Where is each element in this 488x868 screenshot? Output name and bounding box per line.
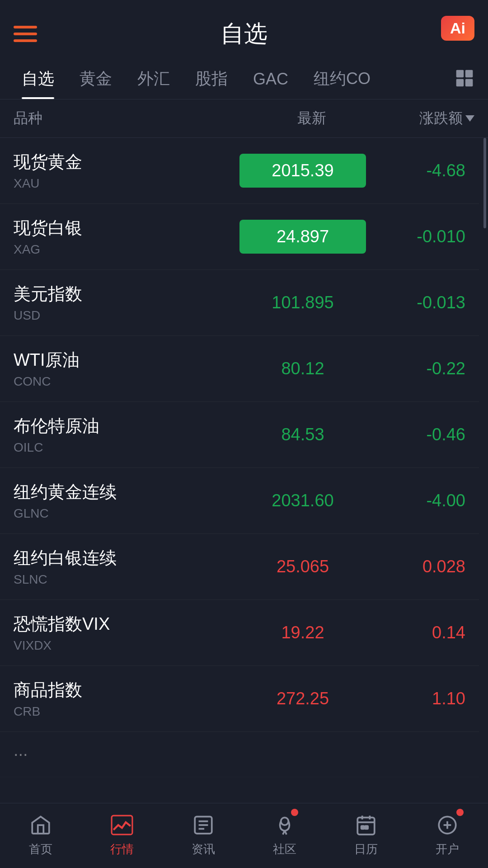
nav-item-market[interactable]: 行情 — [81, 803, 163, 868]
market-change: -0.013 — [366, 293, 465, 312]
nav-label-news: 资讯 — [192, 841, 215, 857]
market-name: 布伦特原油 — [14, 415, 239, 438]
nav-item-open[interactable]: 开户 — [407, 803, 488, 868]
market-info: 现货白银 XAG — [14, 217, 239, 257]
calendar-icon — [353, 812, 379, 838]
market-code: CRB — [14, 704, 239, 719]
market-change: 0.028 — [366, 557, 465, 576]
market-price: 24.897 — [239, 220, 366, 254]
tab-gac[interactable]: GAC — [240, 61, 301, 98]
market-change: -4.68 — [366, 161, 465, 180]
table-row[interactable]: 现货白银 XAG 24.897 -0.010 — [0, 204, 479, 270]
table-row[interactable]: 美元指数 USD 101.895 -0.013 — [0, 270, 479, 336]
table-row[interactable]: 布伦特原油 OILC 84.53 -0.46 — [0, 402, 479, 468]
market-price: 19.22 — [239, 623, 366, 642]
nav-label-community: 社区 — [273, 841, 296, 857]
community-icon — [272, 812, 297, 838]
market-name: 纽约白银连续 — [14, 547, 239, 570]
market-code: CONC — [14, 374, 239, 389]
nav-item-calendar[interactable]: 日历 — [325, 803, 407, 868]
table-row[interactable]: 商品指数 CRB 272.25 1.10 — [0, 666, 479, 732]
market-change: -0.22 — [366, 359, 465, 378]
nav-item-home[interactable]: 首页 — [0, 803, 81, 868]
nav-item-community[interactable]: 社区 — [244, 803, 325, 868]
nav-label-home: 首页 — [29, 841, 52, 857]
home-icon — [28, 812, 53, 838]
market-change: -4.00 — [366, 491, 465, 510]
market-code: XAU — [14, 176, 239, 191]
market-price: 2015.39 — [239, 154, 366, 188]
table-row[interactable]: WTI原油 CONC 80.12 -0.22 — [0, 336, 479, 402]
market-change: -0.46 — [366, 425, 465, 444]
market-price: 272.25 — [239, 689, 366, 708]
nav-label-market: 行情 — [110, 841, 134, 857]
table-row[interactable]: 恐慌指数VIX VIXDX 19.22 0.14 — [0, 600, 479, 666]
tab-zixuan[interactable]: 自选 — [9, 59, 67, 99]
community-badge — [291, 809, 298, 816]
market-price: 2031.60 — [239, 491, 366, 510]
scrollbar[interactable] — [483, 138, 486, 228]
header: 自选 Ai — [0, 0, 488, 59]
svg-rect-0 — [456, 70, 464, 77]
open-badge — [456, 809, 464, 816]
market-price: 101.895 — [239, 293, 366, 312]
tab-huangjin[interactable]: 黄金 — [67, 59, 125, 99]
market-info: 纽约白银连续 SLNC — [14, 547, 239, 587]
partial-row: ··· — [0, 732, 479, 777]
market-price: 25.065 — [239, 557, 366, 576]
table-row[interactable]: 现货黄金 XAU 2015.39 -4.68 — [0, 138, 479, 204]
market-info: WTI原油 CONC — [14, 349, 239, 389]
market-code: OILC — [14, 440, 239, 455]
nav-label-calendar: 日历 — [354, 841, 378, 857]
market-price: 80.12 — [239, 359, 366, 378]
table-row[interactable]: 纽约白银连续 SLNC 25.065 0.028 — [0, 534, 479, 600]
nav-item-news[interactable]: 资讯 — [163, 803, 244, 868]
tab-niuyueco[interactable]: 纽约CO — [301, 59, 383, 99]
market-info: 美元指数 USD — [14, 283, 239, 323]
market-list: 现货黄金 XAU 2015.39 -4.68 现货白银 XAG 24.897 -… — [0, 138, 488, 777]
market-name: 美元指数 — [14, 283, 239, 306]
open-icon — [435, 812, 460, 838]
page-title: 自选 — [221, 18, 267, 50]
tab-guzhi[interactable]: 股指 — [183, 59, 240, 99]
market-code: USD — [14, 308, 239, 323]
svg-rect-3 — [465, 79, 473, 86]
ai-badge[interactable]: Ai — [441, 16, 474, 41]
svg-rect-2 — [456, 79, 464, 86]
market-change: 1.10 — [366, 689, 465, 708]
market-code: SLNC — [14, 572, 239, 587]
market-code: GLNC — [14, 506, 239, 521]
market-name: 商品指数 — [14, 679, 239, 702]
market-name: 恐慌指数VIX — [14, 613, 239, 636]
market-info: 纽约黄金连续 GLNC — [14, 481, 239, 521]
market-name: 现货白银 — [14, 217, 239, 240]
market-change: 0.14 — [366, 623, 465, 642]
market-name: 现货黄金 — [14, 151, 239, 174]
svg-rect-15 — [365, 826, 368, 829]
column-headers: 品种 最新 涨跌额 — [0, 99, 488, 138]
table-row[interactable]: 纽约黄金连续 GLNC 2031.60 -4.00 — [0, 468, 479, 534]
market-code: VIXDX — [14, 638, 239, 653]
grid-view-button[interactable] — [450, 59, 479, 99]
tab-waihui[interactable]: 外汇 — [125, 59, 183, 99]
sort-arrow-icon — [465, 115, 474, 122]
svg-point-9 — [281, 817, 289, 825]
col-name-header: 品种 — [14, 108, 249, 128]
market-info: 现货黄金 XAU — [14, 151, 239, 191]
market-name: 纽约黄金连续 — [14, 481, 239, 504]
market-price: 84.53 — [239, 425, 366, 444]
market-change: -0.010 — [366, 227, 465, 246]
tab-bar: 自选 黄金 外汇 股指 GAC 纽约CO — [0, 59, 488, 99]
market-name: WTI原油 — [14, 349, 239, 372]
col-latest-header: 最新 — [249, 108, 375, 128]
menu-button[interactable] — [14, 26, 37, 42]
svg-rect-14 — [361, 826, 364, 829]
market-info: 商品指数 CRB — [14, 679, 239, 719]
news-icon — [191, 812, 216, 838]
market-info: 恐慌指数VIX VIXDX — [14, 613, 239, 653]
market-icon — [109, 812, 135, 838]
nav-label-open: 开户 — [436, 841, 459, 857]
bottom-nav: 首页 行情 资讯 — [0, 803, 488, 868]
market-info: 布伦特原油 OILC — [14, 415, 239, 455]
col-change-header[interactable]: 涨跌额 — [375, 108, 474, 128]
